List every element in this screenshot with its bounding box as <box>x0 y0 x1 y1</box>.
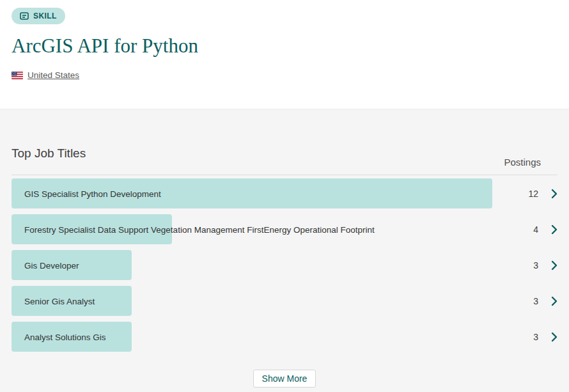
postings-column-header: Postings <box>504 157 541 168</box>
postings-count: 4 <box>492 224 538 235</box>
job-title-bar-wrap: Senior Gis Analyst <box>12 286 492 316</box>
chevron-right-icon[interactable] <box>538 296 557 306</box>
job-title-bar-wrap: Forestry Specialist Data Support Vegetat… <box>12 214 492 244</box>
section-title: Top Job Titles <box>12 146 86 161</box>
job-title-row[interactable]: Analyst Solutions Gis 3 <box>12 322 557 352</box>
job-title-label: Analyst Solutions Gis <box>24 332 106 341</box>
top-job-titles-section: Top Job Titles Postings GIS Specialist P… <box>0 109 569 392</box>
country-link[interactable]: United States <box>27 70 79 80</box>
postings-count: 3 <box>492 260 538 270</box>
us-flag-icon <box>12 72 23 79</box>
job-title-label: Senior Gis Analyst <box>24 296 95 306</box>
job-title-label: GIS Specialist Python Development <box>24 189 161 198</box>
country-row: United States <box>12 70 557 80</box>
page: SKILL ArcGIS API for Python <box>0 0 569 392</box>
show-more-button[interactable]: Show More <box>253 370 316 388</box>
page-header: SKILL ArcGIS API for Python <box>0 0 569 109</box>
job-title-bar-wrap: Analyst Solutions Gis <box>12 322 492 352</box>
job-title-row[interactable]: Forestry Specialist Data Support Vegetat… <box>12 214 557 244</box>
skill-badge-label: SKILL <box>33 12 57 20</box>
job-title-row[interactable]: GIS Specialist Python Development 12 <box>12 178 557 208</box>
job-title-bar-wrap: GIS Specialist Python Development <box>12 178 492 208</box>
postings-count: 3 <box>492 332 538 342</box>
chevron-right-icon[interactable] <box>538 189 557 199</box>
job-title-label: Gis Developer <box>24 260 79 270</box>
page-title: ArcGIS API for Python <box>12 35 557 58</box>
chevron-right-icon[interactable] <box>538 260 557 270</box>
skill-badge: SKILL <box>12 8 65 24</box>
show-more-wrap: Show More <box>12 370 557 392</box>
job-title-label: Forestry Specialist Data Support Vegetat… <box>24 224 375 234</box>
divider <box>12 175 557 175</box>
chevron-right-icon[interactable] <box>538 224 557 235</box>
chevron-right-icon[interactable] <box>538 332 557 342</box>
section-heading-row: Top Job Titles Postings <box>12 146 557 161</box>
job-rows-list: GIS Specialist Python Development 12 For… <box>12 178 557 357</box>
job-title-bar-wrap: Gis Developer <box>12 250 492 280</box>
skill-badge-icon <box>20 12 29 20</box>
job-title-row[interactable]: Senior Gis Analyst 3 <box>12 286 557 316</box>
postings-count: 3 <box>492 296 538 306</box>
postings-count: 12 <box>492 189 538 199</box>
job-title-row[interactable]: Gis Developer 3 <box>12 250 557 280</box>
